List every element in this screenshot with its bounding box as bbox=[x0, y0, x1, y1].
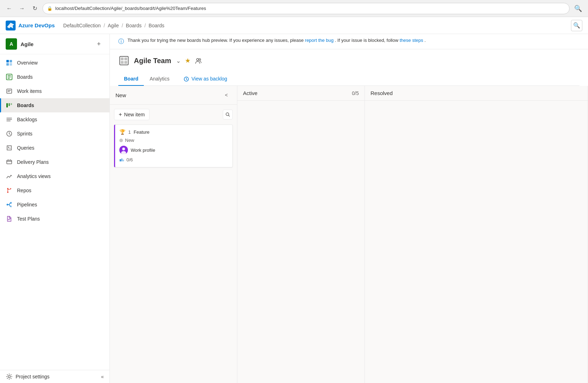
svg-point-25 bbox=[199, 59, 201, 60]
info-text-after: . If your issue is blocked, follow bbox=[335, 38, 398, 43]
sidebar-item-label-pipelines: Pipelines bbox=[17, 202, 37, 207]
address-bar[interactable]: 🔒 localhost/DefaultCollection/Agile/_boa… bbox=[43, 3, 570, 14]
sidebar-item-sprints[interactable]: Sprints bbox=[0, 127, 109, 141]
breadcrumb-item-2[interactable]: Boards bbox=[126, 23, 141, 28]
column-limit-active: 0/5 bbox=[352, 90, 359, 96]
svg-rect-3 bbox=[6, 63, 9, 66]
card-progress: 0/6 bbox=[126, 157, 133, 162]
sidebar-item-pipelines[interactable]: Pipelines bbox=[0, 198, 109, 212]
card-title-row: 🏆 1 Feature bbox=[119, 129, 228, 135]
svg-rect-33 bbox=[123, 160, 124, 161]
breadcrumb-item-1[interactable]: Agile bbox=[108, 23, 119, 28]
sidebar-footer-settings[interactable]: Project settings « bbox=[0, 370, 109, 383]
azure-devops-logo[interactable]: Azure DevOps bbox=[6, 21, 55, 30]
new-item-button[interactable]: + New item bbox=[114, 109, 149, 120]
breadcrumb-item-3[interactable]: Boards bbox=[149, 23, 164, 28]
refresh-button[interactable]: ↻ bbox=[30, 4, 40, 13]
column-header-new: New < bbox=[110, 86, 237, 105]
project-name: Agile bbox=[21, 41, 34, 47]
delivery-plans-icon bbox=[6, 159, 13, 166]
column-title-active: Active bbox=[243, 90, 258, 96]
svg-point-24 bbox=[197, 59, 199, 61]
add-project-button[interactable]: + bbox=[94, 39, 104, 49]
sidebar-item-label-boards-section: Boards bbox=[17, 74, 33, 80]
global-search-button[interactable]: 🔍 bbox=[571, 20, 582, 31]
view-as-backlog-button[interactable]: View as backlog bbox=[178, 72, 233, 85]
board-header: Agile Team ⌄ ★ Board Analytics bbox=[110, 49, 588, 86]
sidebar-item-label-work-items: Work items bbox=[17, 88, 42, 94]
card-title: Feature bbox=[134, 129, 149, 135]
info-banner: ⓘ Thank you for trying the new boards hu… bbox=[110, 34, 588, 49]
sidebar-item-analytics-views[interactable]: Analytics views bbox=[0, 169, 109, 183]
work-item-card-1[interactable]: 🏆 1 Feature New bbox=[114, 124, 233, 167]
breadcrumb-sep-1: / bbox=[121, 23, 123, 28]
sidebar-item-label-analytics-views: Analytics views bbox=[17, 173, 51, 179]
team-dropdown-button[interactable]: ⌄ bbox=[176, 57, 181, 64]
sidebar-item-delivery-plans[interactable]: Delivery Plans bbox=[0, 155, 109, 169]
column-content-resolved bbox=[365, 101, 588, 383]
column-title-resolved: Resolved bbox=[371, 90, 393, 96]
new-item-search-button[interactable] bbox=[223, 110, 233, 120]
tab-board[interactable]: Board bbox=[118, 72, 144, 86]
these-steps-link[interactable]: these steps bbox=[400, 38, 423, 43]
search-icon bbox=[225, 112, 230, 117]
sidebar-item-test-plans[interactable]: Test Plans bbox=[0, 212, 109, 226]
sidebar-item-repos[interactable]: Repos bbox=[0, 183, 109, 198]
info-icon: ⓘ bbox=[118, 38, 124, 45]
collapse-icon[interactable]: « bbox=[101, 374, 104, 379]
settings-icon bbox=[6, 373, 13, 380]
svg-rect-6 bbox=[7, 89, 12, 93]
view-as-icon bbox=[183, 76, 189, 82]
sidebar-item-label-repos: Repos bbox=[17, 188, 31, 193]
info-text-end: . bbox=[424, 38, 426, 43]
assignee-avatar bbox=[119, 146, 128, 154]
browser-chrome: ← → ↻ 🔒 localhost/DefaultCollection/Agil… bbox=[0, 0, 588, 17]
sidebar-item-work-items[interactable]: Work items bbox=[0, 84, 109, 98]
team-title: Agile Team ⌄ ★ bbox=[118, 55, 579, 66]
team-favorite-button[interactable]: ★ bbox=[185, 57, 191, 65]
column-header-active: Active 0/5 bbox=[237, 86, 364, 101]
forward-button[interactable]: → bbox=[17, 4, 27, 13]
team-icon bbox=[118, 55, 130, 66]
card-progress-row: 0/6 bbox=[119, 157, 228, 163]
breadcrumb-sep-2: / bbox=[145, 23, 146, 28]
top-nav: Azure DevOps DefaultCollection / Agile /… bbox=[0, 17, 588, 34]
sidebar-nav: Overview Boards bbox=[0, 54, 109, 370]
column-content-new: + New item bbox=[110, 105, 237, 383]
sidebar-item-overview[interactable]: Overview bbox=[0, 56, 109, 70]
tab-analytics[interactable]: Analytics bbox=[144, 72, 175, 86]
team-members-button[interactable] bbox=[195, 57, 202, 64]
breadcrumb-item-0[interactable]: DefaultCollection bbox=[63, 23, 101, 28]
svg-rect-31 bbox=[120, 159, 121, 161]
browser-search-button[interactable]: 🔍 bbox=[572, 3, 584, 14]
svg-rect-8 bbox=[9, 103, 10, 106]
settings-label: Project settings bbox=[16, 374, 50, 379]
status-dot bbox=[119, 139, 123, 142]
backlogs-icon bbox=[6, 116, 13, 123]
back-button[interactable]: ← bbox=[4, 4, 14, 13]
sidebar-item-boards-section[interactable]: Boards bbox=[0, 70, 109, 84]
column-title-new: New bbox=[115, 92, 126, 98]
sidebar-item-boards[interactable]: Boards bbox=[0, 98, 109, 112]
column-header-resolved: Resolved bbox=[365, 86, 588, 101]
svg-point-29 bbox=[122, 148, 125, 150]
svg-rect-11 bbox=[7, 160, 12, 164]
board-columns: New < + New item bbox=[110, 86, 588, 383]
board-column-active: Active 0/5 bbox=[237, 86, 365, 383]
card-id: 1 bbox=[128, 129, 131, 135]
card-status: New bbox=[125, 138, 134, 143]
column-collapse-new[interactable]: < bbox=[221, 90, 231, 100]
sidebar: A Agile + Overview bbox=[0, 34, 110, 383]
svg-point-18 bbox=[8, 376, 10, 378]
url-text: localhost/DefaultCollection/Agile/_board… bbox=[55, 6, 206, 11]
view-as-backlog-label: View as backlog bbox=[191, 76, 227, 82]
report-bug-link[interactable]: report the bug bbox=[305, 38, 334, 43]
main-content: ⓘ Thank you for trying the new boards hu… bbox=[110, 34, 588, 383]
progress-icon bbox=[119, 157, 124, 163]
sidebar-item-queries[interactable]: Queries bbox=[0, 141, 109, 155]
board-column-resolved: Resolved bbox=[365, 86, 588, 383]
sidebar-item-backlogs[interactable]: Backlogs bbox=[0, 112, 109, 127]
svg-rect-1 bbox=[6, 60, 9, 62]
test-plans-icon bbox=[6, 215, 13, 222]
info-text-before: Thank you for trying the new boards hub … bbox=[128, 38, 304, 43]
